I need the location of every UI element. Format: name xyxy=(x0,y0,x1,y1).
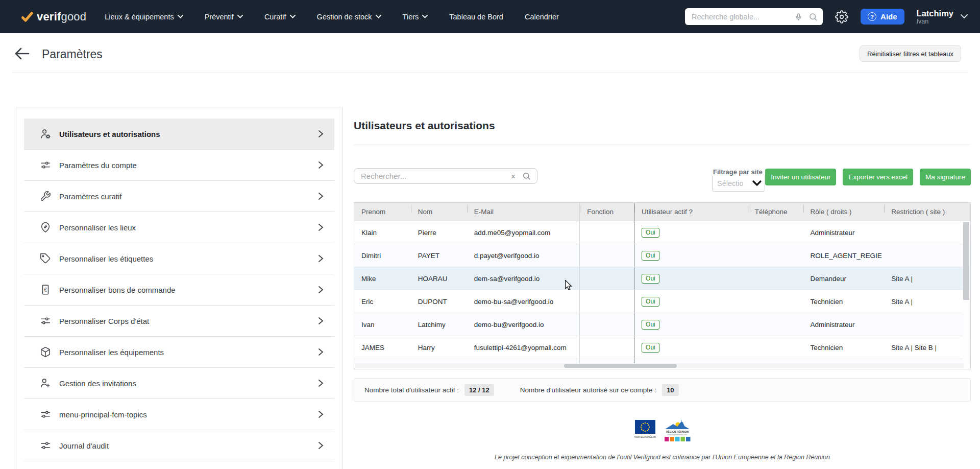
wrench-icon xyxy=(40,191,51,202)
eu-flag-logo: UNION EUROPÉENNE xyxy=(634,420,656,439)
sliders-icon xyxy=(40,440,51,451)
table-horizontal-scrollbar[interactable] xyxy=(355,363,964,368)
sidebar-item-parametres-du-compte[interactable]: Paramètres du compte xyxy=(24,150,334,181)
invite-user-button[interactable]: Inviter un utilisateur xyxy=(765,169,836,185)
global-search xyxy=(685,8,823,25)
active-badge: Oui xyxy=(642,251,659,261)
sidebar-item-personnaliser-corps-detat[interactable]: Personnaliser Corps d'état xyxy=(24,306,334,337)
question-icon: ? xyxy=(868,12,876,21)
cell-restriction: Site A | xyxy=(884,290,970,313)
cell-role: Technicien xyxy=(803,290,885,313)
site-filter-select[interactable]: Sélectio xyxy=(712,175,765,192)
cell-email: fusulettipi-4261@yopmail.com xyxy=(467,336,580,359)
sidebar-item-journal-daudit[interactable]: Journal d'audit xyxy=(24,430,334,461)
cell-restriction: Site A | Site B | xyxy=(884,336,970,359)
nav-item-tableau-de-bord[interactable]: Tableau de Bord xyxy=(449,13,503,21)
cell-actif: Oui xyxy=(634,290,748,313)
column-header-telephone[interactable]: Téléphone xyxy=(748,203,803,221)
sidebar-item-personnaliser-les-lieux[interactable]: Personnaliser les lieux xyxy=(24,212,334,243)
cell-role: Demandeur xyxy=(803,267,885,290)
cell-restriction xyxy=(884,244,970,267)
cell-telephone xyxy=(748,336,803,359)
cell-restriction: Site A | xyxy=(884,267,970,290)
nav-item-calendrier[interactable]: Calendrier xyxy=(525,13,559,21)
table-body: Klain Pierre add.me05@yopmail.com Oui Ad… xyxy=(354,221,970,364)
reset-filters-button[interactable]: Réinitialiser filtres et tableaux xyxy=(860,45,961,62)
action-buttons: Inviter un utilisateur Exporter vers exc… xyxy=(775,169,971,185)
horizontal-scrollbar-thumb[interactable] xyxy=(564,364,677,368)
table-row[interactable]: Dimitri PAYET d.payet@verifgood.io Oui R… xyxy=(354,244,970,267)
gear-icon[interactable] xyxy=(835,10,848,24)
chevron-right-icon xyxy=(317,379,324,387)
column-header-restriction[interactable]: Restriction ( site ) xyxy=(884,203,970,221)
sidebar-item-menu-principal-fcm-topics[interactable]: menu-principal-fcm-topics xyxy=(24,399,334,430)
chevron-down-icon xyxy=(376,15,381,18)
nav-item-lieux-equipements[interactable]: Lieux & équipements xyxy=(105,13,183,21)
table-vertical-scrollbar[interactable] xyxy=(963,222,970,364)
users-table: Prenom Nom E-Mail Fonction Utilisateur a… xyxy=(354,202,971,369)
cell-email: add.me05@yopmail.com xyxy=(467,221,580,244)
table-row-hovered[interactable]: Mike HOARAU dem-sa@verifgood.io Oui Dema… xyxy=(354,267,970,290)
table-row[interactable]: Eric DUPONT demo-bu-sa@verifgood.io Oui … xyxy=(354,290,970,313)
column-header-fonction[interactable]: Fonction xyxy=(579,203,634,221)
sidebar-item-label: Paramètres du compte xyxy=(59,161,317,170)
region-url: www.regionreunion.com xyxy=(667,434,687,436)
help-button[interactable]: ? Aide xyxy=(861,9,904,25)
chevron-down-icon xyxy=(961,14,968,19)
global-search-input[interactable] xyxy=(692,13,794,21)
sidebar-item-utilisateurs-et-autorisations[interactable]: Utilisateurs et autorisations xyxy=(24,119,334,150)
chevron-right-icon xyxy=(317,441,324,450)
cell-fonction xyxy=(579,313,634,336)
sidebar-item-gestion-des-invitations[interactable]: Gestion des invitations xyxy=(24,368,334,399)
chevron-right-icon xyxy=(317,348,324,356)
tag-icon xyxy=(40,253,51,264)
chevron-down-icon xyxy=(178,15,183,18)
cell-telephone xyxy=(748,267,803,290)
my-signature-button[interactable]: Ma signature xyxy=(920,169,971,185)
nav-item-tiers[interactable]: Tiers xyxy=(403,13,428,21)
region-color-squares xyxy=(665,437,691,441)
export-excel-button[interactable]: Exporter vers excel xyxy=(843,169,913,185)
cell-nom: HOARAU xyxy=(411,267,467,290)
column-header-nom[interactable]: Nom xyxy=(411,203,467,221)
active-badge: Oui xyxy=(642,228,659,238)
table-row[interactable]: Ivan Latchimy demo-bu@verifgood.io Oui A… xyxy=(354,313,970,336)
table-row[interactable]: JAMES Harry fusulettipi-4261@yopmail.com… xyxy=(354,336,970,359)
cell-email: demo-bu@verifgood.io xyxy=(467,313,580,336)
column-header-utilisateur-actif[interactable]: Utilisateur actif ? xyxy=(634,203,748,221)
cell-prenom: Klain xyxy=(354,221,411,244)
sliders-icon xyxy=(40,409,51,420)
column-header-email[interactable]: E-Mail xyxy=(467,203,580,221)
check-icon xyxy=(20,10,34,24)
microphone-icon[interactable] xyxy=(795,12,802,21)
cofinancing-text: Le projet conception et expérimentation … xyxy=(354,454,971,461)
sidebar-item-label: Personnaliser les lieux xyxy=(59,223,317,232)
search-icon[interactable] xyxy=(808,12,818,21)
chevron-down-icon xyxy=(422,15,428,18)
verifgood-logo[interactable]: verifgood xyxy=(20,10,86,24)
clear-search-icon[interactable]: x xyxy=(511,172,515,180)
eu-caption: UNION EUROPÉENNE xyxy=(634,435,656,438)
cell-email: demo-bu-sa@verifgood.io xyxy=(467,290,580,313)
nav-item-gestion-stock[interactable]: Gestion de stock xyxy=(317,13,381,21)
vertical-scrollbar-thumb[interactable] xyxy=(963,222,969,300)
cell-nom: DUPONT xyxy=(411,290,467,313)
column-header-role[interactable]: Rôle ( droits ) xyxy=(803,203,885,221)
user-menu[interactable]: Latchimy Ivan xyxy=(917,9,968,25)
sidebar-item-personnaliser-les-equipements[interactable]: Personnaliser les équipements xyxy=(24,337,334,368)
sidebar-item-parametres-curatif[interactable]: Paramètres curatif xyxy=(24,181,334,212)
table-row[interactable]: Klain Pierre add.me05@yopmail.com Oui Ad… xyxy=(354,221,970,244)
sidebar-item-personnaliser-les-etiquettes[interactable]: Personnaliser les étiquettes xyxy=(24,243,334,274)
table-search-input[interactable] xyxy=(361,172,488,180)
search-icon[interactable] xyxy=(522,172,531,180)
active-badge: Oui xyxy=(642,320,659,330)
nav-item-curatif[interactable]: Curatif xyxy=(264,13,296,21)
nav-item-preventif[interactable]: Préventif xyxy=(205,13,243,21)
column-header-prenom[interactable]: Prenom xyxy=(354,203,411,221)
active-badge: Oui xyxy=(642,343,659,353)
cell-fonction xyxy=(579,290,634,313)
cell-fonction xyxy=(579,244,634,267)
sidebar-item-label: Personnaliser bons de commande xyxy=(59,286,317,294)
back-button[interactable] xyxy=(14,47,30,60)
sidebar-item-personnaliser-bons-de-commande[interactable]: € Personnaliser bons de commande xyxy=(24,274,334,306)
